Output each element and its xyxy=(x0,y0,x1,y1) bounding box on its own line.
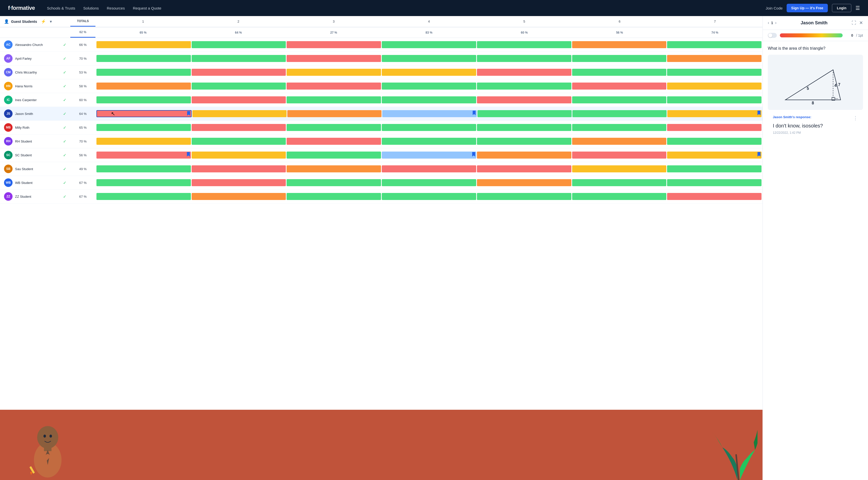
nav-schools-trusts[interactable]: Schools & Trusts xyxy=(47,5,75,11)
question-6-header[interactable]: 6 xyxy=(572,16,667,26)
response-menu-button[interactable]: ⋮ xyxy=(853,115,858,121)
table-row[interactable]: ZZ ZZ Student ✓ 67 % xyxy=(0,190,763,204)
bar-cell xyxy=(382,151,476,159)
rp-next-button[interactable]: › xyxy=(775,21,776,25)
bar-cell xyxy=(96,165,191,172)
bar-cell xyxy=(572,82,666,90)
brand-text: formative xyxy=(11,5,35,11)
bar-cell xyxy=(96,55,191,62)
student-name: RH Student xyxy=(15,139,32,143)
bar-cell xyxy=(667,165,762,172)
bars-area xyxy=(95,136,763,147)
bar-cell xyxy=(477,138,571,145)
bars-area xyxy=(95,149,763,161)
bar-cell xyxy=(477,124,571,131)
bar-cell xyxy=(572,138,666,145)
bar-cell xyxy=(192,110,286,117)
bookmark-icon xyxy=(757,111,761,115)
bar-cell xyxy=(572,110,666,117)
student-table: 👤 Guest Students ⚡ ▼ TOTALS 1 2 3 4 5 6 … xyxy=(0,16,763,204)
join-code-button[interactable]: Join Code xyxy=(766,6,783,10)
table-row[interactable]: JS Jason Smith ✓ 64 % xyxy=(0,107,763,121)
bar-cell xyxy=(96,138,191,145)
student-name: SC Student xyxy=(15,153,32,157)
bar-cell xyxy=(667,96,762,103)
avatar: SB xyxy=(4,165,12,173)
total-pct: 67 % xyxy=(70,192,95,201)
table-row[interactable]: RH RH Student ✓ 70 % xyxy=(0,135,763,148)
rp-expand-button[interactable]: ⛶ xyxy=(852,20,856,26)
question-3-header[interactable]: 3 xyxy=(286,16,381,26)
bar-cell xyxy=(96,96,191,103)
score-toggle[interactable] xyxy=(768,33,777,38)
bottom-illustration xyxy=(0,410,763,480)
bars-area xyxy=(95,53,763,64)
bar-cell xyxy=(286,165,381,172)
nav-resources[interactable]: Resources xyxy=(107,5,125,11)
student-name: Sau Student xyxy=(15,167,33,171)
student-info: CM Chris Mccarthy ✓ xyxy=(0,66,70,79)
total-pct: 70 % xyxy=(70,137,95,146)
bar-cell xyxy=(96,69,191,76)
avatar: AF xyxy=(4,54,12,63)
summary-row: 62 % 65 % 64 % 27 % 83 % 60 % 56 % 74 % xyxy=(0,27,763,38)
bar-cell xyxy=(572,41,666,48)
bar-cell xyxy=(96,82,191,90)
rp-close-button[interactable]: ✕ xyxy=(859,20,863,26)
student-info: MB Milly Roth ✓ xyxy=(0,121,70,134)
bar-cell xyxy=(667,151,762,159)
bar-cell xyxy=(667,110,762,117)
bar-cell xyxy=(572,193,666,200)
avatar: ZZ xyxy=(4,192,12,201)
dropdown-icon[interactable]: ▼ xyxy=(49,20,53,24)
table-row[interactable]: MB Milly Roth ✓ 65 % xyxy=(0,121,763,135)
hamburger-menu-button[interactable]: ☰ xyxy=(856,5,860,11)
check-icon: ✓ xyxy=(63,153,66,158)
bars-area xyxy=(95,67,763,78)
bar-cell xyxy=(382,55,476,62)
student-name: Hana Norris xyxy=(15,84,32,88)
bar-cell xyxy=(572,69,666,76)
question-2-header[interactable]: 2 xyxy=(191,16,286,26)
bars-area xyxy=(95,163,763,174)
student-info: JS Jason Smith ✓ xyxy=(0,107,70,121)
nav-solutions[interactable]: Solutions xyxy=(83,5,99,11)
bars-area xyxy=(95,94,763,105)
table-row[interactable]: AC Alessandro Church ✓ 66 % xyxy=(0,38,763,52)
table-row[interactable]: SB Sau Student ✓ 49 % xyxy=(0,162,763,176)
bar-cell xyxy=(477,41,571,48)
question-5-header[interactable]: 5 xyxy=(477,16,572,26)
student-name: Ines Carpenter xyxy=(15,98,37,102)
student-name: Milly Roth xyxy=(15,126,29,130)
teacher-character xyxy=(15,415,81,480)
rp-prev-button[interactable]: ‹ xyxy=(768,21,769,25)
bars-area xyxy=(95,122,763,133)
bars-area xyxy=(95,39,763,50)
bar-cell xyxy=(382,96,476,103)
question-7-header[interactable]: 7 xyxy=(667,16,763,26)
student-info: HN Hana Norris ✓ xyxy=(0,79,70,93)
rp-question-number: 1 xyxy=(771,21,773,25)
student-info: AC Alessandro Church ✓ xyxy=(0,38,70,52)
table-row[interactable]: IC Ines Carpenter ✓ 60 % xyxy=(0,93,763,107)
question-1-header[interactable]: 1 xyxy=(95,16,191,26)
summary-q7: 74 % xyxy=(667,28,763,37)
nav-request-quote[interactable]: Request a Quote xyxy=(133,5,161,11)
table-row[interactable]: WB WB Student ✓ 67 % xyxy=(0,176,763,190)
table-row[interactable]: SC SC Student ✓ 56 % xyxy=(0,148,763,162)
navbar: f·formative Schools & Trusts Solutions R… xyxy=(0,0,868,16)
plant-decoration xyxy=(707,417,757,480)
bar-cell xyxy=(192,179,286,186)
total-pct: 67 % xyxy=(70,178,95,187)
table-row[interactable]: CM Chris Mccarthy ✓ 53 % xyxy=(0,66,763,79)
score-input[interactable]: 0 xyxy=(846,33,853,37)
table-row[interactable]: AF April Farley ✓ 70 % xyxy=(0,52,763,66)
brand-logo[interactable]: f·formative xyxy=(8,5,35,11)
signup-button[interactable]: Sign Up — it's Free xyxy=(786,4,828,12)
login-button[interactable]: Login xyxy=(832,4,851,12)
bookmark-icon xyxy=(472,152,475,157)
question-4-header[interactable]: 4 xyxy=(381,16,476,26)
check-icon: ✓ xyxy=(63,125,66,130)
total-pct: 53 % xyxy=(70,68,95,77)
table-row[interactable]: HN Hana Norris ✓ 58 % xyxy=(0,79,763,93)
